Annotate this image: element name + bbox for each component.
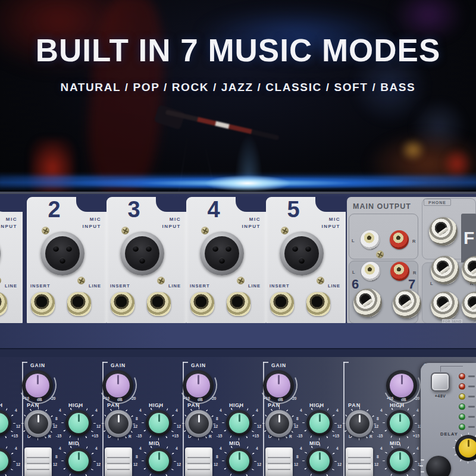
gain-knob (26, 374, 49, 397)
gain-min-mark: +10 (23, 396, 29, 400)
mid-eq-knob-group: 4 4 8 12 12 (221, 445, 262, 476)
light-beam (219, 83, 278, 184)
gain-unit-mark: dB (117, 397, 123, 402)
line-label: LINE (5, 283, 17, 289)
insert-label: INSERT (190, 283, 210, 289)
xlr-face (125, 236, 159, 271)
pan-knob (189, 414, 209, 434)
fader-cap (346, 447, 373, 476)
led-indicator (459, 424, 465, 430)
led-indicator (459, 414, 465, 420)
channel-panel: 3 MIC INPUT INSERT LINE (107, 197, 186, 325)
xlr-connector (0, 231, 1, 275)
led-caption (468, 386, 475, 387)
high-eq-knob-group: 4 4 8 12 12 -15 +15 (221, 407, 262, 444)
mid-eq-knob-group: 4 4 8 12 12 (0, 445, 21, 476)
xlr-pin (66, 246, 72, 252)
pan-left-mark: L (108, 434, 110, 439)
mic-input-label: MIC INPUT (322, 216, 341, 230)
quarter-inch-jack (393, 290, 421, 318)
insert-jack (190, 292, 214, 316)
screw-icon (42, 227, 49, 234)
gain-knob (186, 374, 210, 397)
gain-group: GAIN +10 dB -20 (263, 357, 343, 402)
gain-group: GAIN +10 dB -20 (0, 357, 22, 402)
mixer-jack-panel: MIC INPUT INSERT LINE 2 MIC INPUT INS (0, 192, 476, 323)
screw-icon (201, 227, 209, 234)
gain-group: GAIN +10 dB -20 (183, 357, 263, 402)
xlr-pin (299, 258, 305, 264)
led-caption (468, 416, 475, 418)
insert-label: INSERT (30, 283, 51, 289)
gain-unit-mark: dB (37, 397, 42, 402)
insert-label: INSERT (110, 283, 130, 289)
product-photo: BUILT IN 7 MUSIC MODES NATURAL / POP / R… (0, 0, 476, 476)
left-channel-label: L (430, 281, 433, 286)
xlr-face (45, 236, 80, 271)
panel-notch (0, 196, 23, 212)
rca-jack-white (361, 262, 380, 281)
channel-number: 3 (120, 197, 148, 223)
led-indicator (459, 393, 465, 400)
gain-min-mark: +10 (264, 396, 270, 400)
channel-panel: MIC INPUT INSERT LINE (0, 197, 23, 325)
pan-knob (108, 414, 129, 434)
pan-right-mark: R (289, 434, 292, 439)
fader-scale-tick (421, 471, 424, 472)
line-jack (306, 292, 330, 316)
led-caption (468, 396, 475, 397)
gain-unit-mark: dB (278, 397, 283, 402)
fader-cap (185, 447, 212, 476)
led-caption (468, 406, 475, 408)
mid-eq-knob-group: 4 4 8 12 12 (381, 445, 423, 476)
quarter-inch-jack (353, 289, 382, 317)
channel-strip: GAIN +10 dB -20 PAN L R HIGH 4 4 8 12 12… (263, 357, 343, 476)
knob-cap (459, 439, 476, 458)
xlr-pin (219, 258, 225, 264)
line-label: LINE (248, 283, 261, 289)
hero-background: BUILT IN 7 MUSIC MODES NATURAL / POP / R… (0, 0, 476, 192)
line-label: LINE (168, 283, 181, 289)
headline-title: BUILT IN 7 MUSIC MODES (0, 32, 476, 68)
quarter-inch-jack (462, 292, 476, 320)
fader-scale-tick (421, 459, 424, 461)
mid-eq-knob (229, 451, 249, 471)
panel-notch (315, 196, 346, 212)
gain-knob (390, 374, 414, 397)
xlr-connector (280, 231, 324, 275)
high-eq-knob (390, 413, 410, 433)
xlr-pin (139, 258, 145, 264)
pan-knob (28, 414, 48, 434)
fader-cap (105, 447, 132, 476)
channel-panel: 2 MIC INPUT INSERT LINE (27, 197, 107, 325)
rca-jack-white (361, 230, 380, 249)
panel-notch (236, 196, 267, 212)
insert-jack (270, 292, 294, 316)
routing-line (440, 366, 463, 372)
cymbal-glint (400, 138, 426, 162)
xlr-pin (60, 258, 65, 264)
screw-icon (376, 250, 384, 258)
panel-notch (156, 196, 187, 212)
channel-number: 2 (40, 197, 68, 223)
quarter-inch-jack (431, 292, 459, 320)
lens-flare-core (205, 175, 291, 192)
screw-icon (281, 227, 289, 234)
fader-scale-tick (419, 465, 423, 466)
led-indicator (459, 373, 465, 380)
jack-6-7-box: L R 6 7 (349, 261, 418, 324)
fader-cap (265, 447, 293, 476)
xlr-pin (212, 246, 218, 252)
gain-knob (106, 374, 130, 397)
mic-input-label: MIC INPUT (162, 216, 181, 230)
line-label: LINE (328, 283, 340, 289)
gain-unit-mark: dB (198, 397, 203, 402)
high-eq-knob-group: 4 4 8 12 12 -15 +15 (301, 407, 343, 444)
phantom-power-button (431, 372, 450, 392)
gain-group: GAIN +10 dB -20 (102, 357, 183, 402)
led-indicator (459, 403, 465, 410)
xlr-pin (146, 246, 152, 252)
high-eq-knob-group: 4 4 8 12 12 -15 +15 (60, 407, 102, 444)
channel-number: 4 (199, 197, 228, 223)
line-jack (147, 292, 171, 316)
